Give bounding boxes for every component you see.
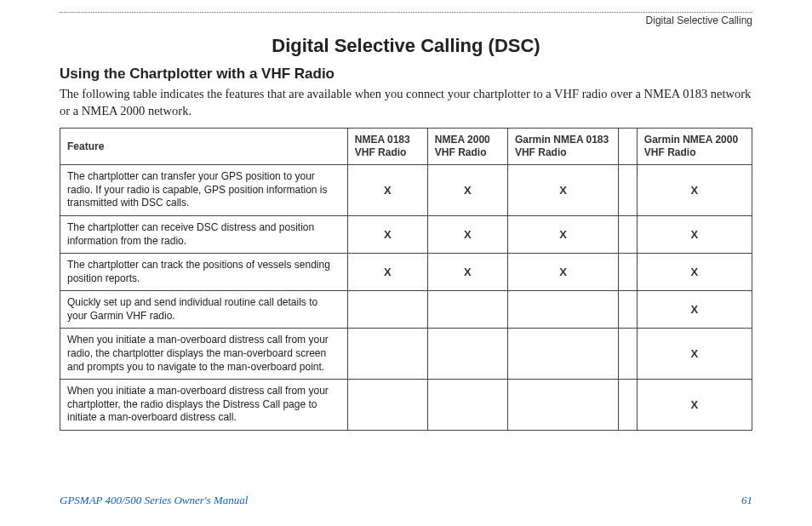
cell-spacer <box>619 329 638 380</box>
cell-spacer <box>619 165 638 216</box>
top-rule <box>60 12 752 13</box>
cell-mark <box>507 380 618 431</box>
col-header-nmea2000: NMEA 2000 VHF Radio <box>427 129 507 165</box>
manual-title: GPSMAP 400/500 Series Owner's Manual <box>60 494 248 507</box>
col-header-spacer <box>619 129 638 165</box>
table-row: Quickly set up and send individual routi… <box>60 291 752 329</box>
cell-mark: X <box>637 165 752 216</box>
cell-mark: X <box>347 254 427 291</box>
cell-mark <box>507 329 618 380</box>
cell-mark: X <box>637 291 752 329</box>
cell-spacer <box>619 254 638 291</box>
cell-mark <box>427 291 507 329</box>
table-row: When you initiate a man-overboard distre… <box>60 329 752 380</box>
col-header-garmin2000: Garmin NMEA 2000 VHF Radio <box>637 129 752 165</box>
cell-spacer <box>619 291 638 329</box>
table-row: The chartplotter can receive DSC distres… <box>60 215 752 253</box>
cell-mark <box>347 329 427 380</box>
cell-mark: X <box>427 215 507 253</box>
feature-text: When you initiate a man-overboard distre… <box>60 329 348 380</box>
cell-mark: X <box>637 254 752 291</box>
cell-mark <box>427 380 507 431</box>
cell-mark: X <box>507 165 618 216</box>
page-footer: GPSMAP 400/500 Series Owner's Manual 61 <box>60 494 752 507</box>
table-header-row: Feature NMEA 0183 VHF Radio NMEA 2000 VH… <box>60 129 752 165</box>
feature-text: When you initiate a man-overboard distre… <box>60 380 348 431</box>
col-header-nmea0183: NMEA 0183 VHF Radio <box>347 129 427 165</box>
col-header-garmin0183: Garmin NMEA 0183 VHF Radio <box>507 129 618 165</box>
page-title: Digital Selective Calling (DSC) <box>60 35 752 57</box>
cell-mark: X <box>347 215 427 253</box>
cell-mark <box>427 329 507 380</box>
cell-spacer <box>619 380 638 431</box>
cell-mark <box>347 380 427 431</box>
cell-mark <box>507 291 618 329</box>
cell-mark <box>347 291 427 329</box>
feature-table: Feature NMEA 0183 VHF Radio NMEA 2000 VH… <box>60 128 752 431</box>
cell-mark: X <box>637 380 752 431</box>
page-number: 61 <box>741 494 752 507</box>
cell-mark: X <box>637 329 752 380</box>
feature-text: The chartplotter can transfer your GPS p… <box>60 165 348 216</box>
cell-mark: X <box>427 254 507 291</box>
table-row: The chartplotter can transfer your GPS p… <box>60 165 752 216</box>
cell-spacer <box>619 215 638 253</box>
cell-mark: X <box>507 215 618 253</box>
col-header-feature: Feature <box>60 129 348 165</box>
cell-mark: X <box>637 215 752 253</box>
cell-mark: X <box>507 254 618 291</box>
feature-text: The chartplotter can track the positions… <box>60 254 348 291</box>
page-body: Digital Selective Calling Digital Select… <box>0 0 812 431</box>
section-heading: Using the Chartplotter with a VHF Radio <box>60 66 752 83</box>
cell-mark: X <box>347 165 427 216</box>
table-row: The chartplotter can track the positions… <box>60 254 752 291</box>
table-row: When you initiate a man-overboard distre… <box>60 380 752 431</box>
feature-text: The chartplotter can receive DSC distres… <box>60 215 348 253</box>
intro-paragraph: The following table indicates the featur… <box>60 86 752 119</box>
cell-mark: X <box>427 165 507 216</box>
feature-text: Quickly set up and send individual routi… <box>60 291 348 329</box>
running-head: Digital Selective Calling <box>60 14 752 26</box>
